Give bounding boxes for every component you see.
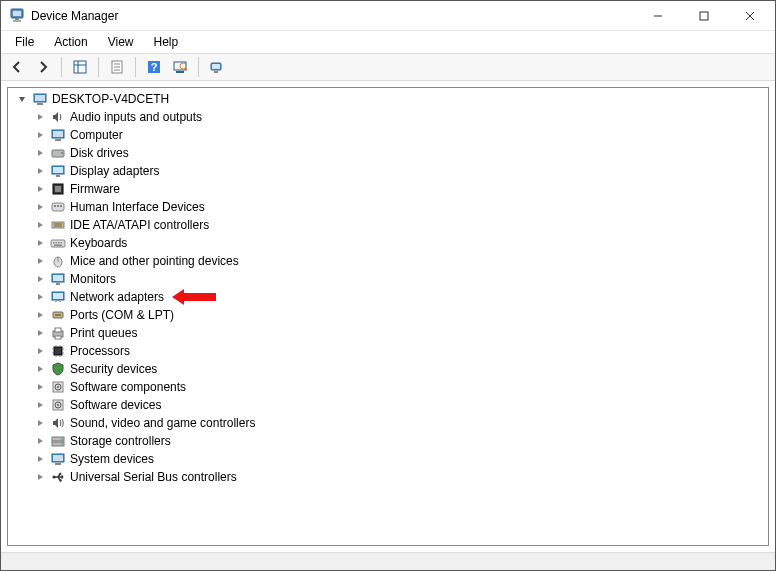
tree-item-label: Audio inputs and outputs: [70, 110, 202, 124]
svg-point-89: [59, 479, 61, 481]
svg-rect-39: [57, 205, 59, 207]
expand-icon[interactable]: [34, 219, 46, 231]
tree-item[interactable]: Disk drives: [10, 144, 766, 162]
svg-text:?: ?: [151, 61, 158, 73]
tree-item[interactable]: System devices: [10, 450, 766, 468]
expand-icon[interactable]: [34, 201, 46, 213]
tree-item[interactable]: Sound, video and game controllers: [10, 414, 766, 432]
svg-rect-8: [74, 61, 86, 73]
expand-icon[interactable]: [34, 309, 46, 321]
tree-item-label: Monitors: [70, 272, 116, 286]
expand-icon[interactable]: [34, 435, 46, 447]
expand-icon[interactable]: [34, 471, 46, 483]
toolbar-separator: [98, 57, 99, 77]
tree-item[interactable]: Storage controllers: [10, 432, 766, 450]
maximize-button[interactable]: [681, 1, 727, 31]
tree-item[interactable]: Firmware: [10, 180, 766, 198]
svg-rect-3: [13, 20, 21, 22]
back-button[interactable]: [5, 55, 29, 79]
category-icon: [50, 343, 66, 359]
tree-item[interactable]: IDE ATA/ATAPI controllers: [10, 216, 766, 234]
forward-button[interactable]: [31, 55, 55, 79]
computer-icon: [32, 91, 48, 107]
tree-item-label: Software devices: [70, 398, 161, 412]
expand-icon[interactable]: [34, 345, 46, 357]
toolbar-separator: [135, 57, 136, 77]
tree-item-label: Storage controllers: [70, 434, 171, 448]
tree-item[interactable]: Universal Serial Bus controllers: [10, 468, 766, 486]
svg-rect-22: [212, 64, 220, 69]
tree-item[interactable]: Processors: [10, 342, 766, 360]
svg-rect-47: [58, 242, 60, 244]
tree-item[interactable]: Ports (COM & LPT): [10, 306, 766, 324]
svg-rect-46: [56, 242, 58, 244]
expand-icon[interactable]: [34, 111, 46, 123]
expand-icon[interactable]: [34, 273, 46, 285]
tree-item[interactable]: Mice and other pointing devices: [10, 252, 766, 270]
svg-point-59: [57, 314, 59, 316]
category-icon: [50, 307, 66, 323]
tree-root-label: DESKTOP-V4DCETH: [52, 92, 169, 106]
menu-file[interactable]: File: [5, 33, 44, 51]
tree-item[interactable]: Keyboards: [10, 234, 766, 252]
expand-icon[interactable]: [34, 399, 46, 411]
tree-item[interactable]: Software components: [10, 378, 766, 396]
menubar: File Action View Help: [1, 31, 775, 53]
close-button[interactable]: [727, 1, 773, 31]
svg-rect-41: [52, 222, 64, 228]
svg-rect-53: [53, 275, 63, 281]
tree-item[interactable]: Security devices: [10, 360, 766, 378]
collapse-icon[interactable]: [16, 93, 28, 105]
expand-icon[interactable]: [34, 291, 46, 303]
expand-icon[interactable]: [34, 237, 46, 249]
svg-point-58: [55, 314, 57, 316]
show-hide-tree-button[interactable]: [68, 55, 92, 79]
expand-icon[interactable]: [34, 165, 46, 177]
expand-icon[interactable]: [34, 147, 46, 159]
tree-item[interactable]: Print queues: [10, 324, 766, 342]
menu-action[interactable]: Action: [44, 33, 97, 51]
tree-item[interactable]: Monitors: [10, 270, 766, 288]
menu-help[interactable]: Help: [144, 33, 189, 51]
tree-item-label: Firmware: [70, 182, 120, 196]
category-icon: [50, 127, 66, 143]
expand-icon[interactable]: [34, 417, 46, 429]
category-icon: [50, 469, 66, 485]
tree-item-label: Print queues: [70, 326, 137, 340]
tree-item-label: Network adapters: [70, 290, 164, 304]
tree-root[interactable]: DESKTOP-V4DCETH: [10, 90, 766, 108]
properties-button[interactable]: [105, 55, 129, 79]
tree-item[interactable]: Audio inputs and outputs: [10, 108, 766, 126]
svg-rect-84: [53, 455, 63, 461]
tree-item[interactable]: Display adapters: [10, 162, 766, 180]
expand-icon[interactable]: [34, 183, 46, 195]
category-icon: [50, 325, 66, 341]
tree-item-label: Universal Serial Bus controllers: [70, 470, 237, 484]
scan-hardware-button[interactable]: [168, 55, 192, 79]
expand-icon[interactable]: [34, 129, 46, 141]
category-icon: [50, 235, 66, 251]
red-arrow-annotation: [172, 289, 216, 305]
expand-icon[interactable]: [34, 327, 46, 339]
titlebar: Device Manager: [1, 1, 775, 31]
help-button[interactable]: ?: [142, 55, 166, 79]
tree-item-label: Ports (COM & LPT): [70, 308, 174, 322]
toolbar-separator: [61, 57, 62, 77]
devices-printers-button[interactable]: [205, 55, 229, 79]
tree-item[interactable]: Computer: [10, 126, 766, 144]
expand-icon[interactable]: [34, 381, 46, 393]
expand-icon[interactable]: [34, 453, 46, 465]
minimize-button[interactable]: [635, 1, 681, 31]
category-icon: [50, 289, 66, 305]
category-icon: [50, 181, 66, 197]
expand-icon[interactable]: [34, 255, 46, 267]
tree-item[interactable]: Network adapters: [10, 288, 164, 306]
device-tree[interactable]: DESKTOP-V4DCETHAudio inputs and outputsC…: [7, 87, 769, 546]
tree-item[interactable]: Human Interface Devices: [10, 198, 766, 216]
menu-view[interactable]: View: [98, 33, 144, 51]
tree-item[interactable]: Software devices: [10, 396, 766, 414]
svg-rect-33: [53, 167, 63, 173]
svg-rect-38: [54, 205, 56, 207]
expand-icon[interactable]: [34, 363, 46, 375]
statusbar: [1, 552, 775, 570]
